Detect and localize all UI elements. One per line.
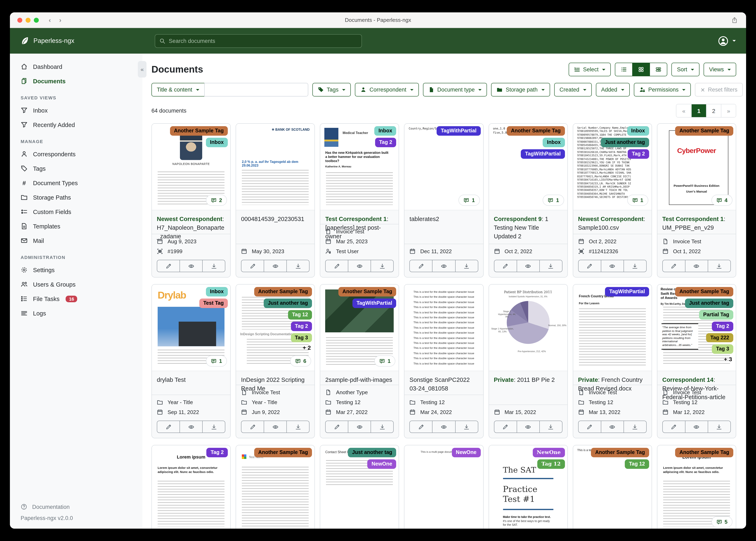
tag-pill[interactable]: TagWithPartial xyxy=(437,126,481,136)
sidebar-item-document-types[interactable]: # Document Types xyxy=(10,176,142,190)
document-card[interactable]: Review of Arbitral Awards Shows Swift Re… xyxy=(657,284,736,438)
tag-pill[interactable]: Inbox xyxy=(543,138,565,147)
tag-pill[interactable]: Tag 2 xyxy=(207,448,228,457)
preview-button[interactable] xyxy=(516,421,539,432)
minimize-window-button[interactable] xyxy=(26,18,31,22)
pagination-page-1[interactable]: 1 xyxy=(691,104,706,117)
document-card[interactable]: one,1.0five,5.0Another Sample TagInboxTa… xyxy=(488,123,568,277)
document-title[interactable]: drylab Test xyxy=(152,371,230,387)
download-button[interactable] xyxy=(708,421,730,432)
edit-button[interactable] xyxy=(494,421,516,432)
tag-pill[interactable]: Tag 3 xyxy=(291,333,312,342)
document-title[interactable]: Correspondent 9: 1 Testing New Title Upd… xyxy=(489,210,567,243)
document-thumbnail[interactable]: AdobeInDesign Scripting DocumentationAno… xyxy=(236,284,314,371)
tag-pill[interactable]: Inbox xyxy=(627,126,649,136)
document-card[interactable]: Patient BP Distribution 2011Normal, 150,… xyxy=(488,284,568,438)
preview-button[interactable] xyxy=(601,421,624,432)
documentation-link[interactable]: Documentation xyxy=(21,502,132,512)
download-button[interactable] xyxy=(455,260,478,272)
download-button[interactable] xyxy=(371,421,393,432)
pagination-page-2[interactable]: 2 xyxy=(706,104,721,117)
edit-button[interactable] xyxy=(157,421,180,432)
document-thumbnail[interactable]: NAPOLEON BONAPARTEAnother Sample TagInbo… xyxy=(152,124,230,210)
sidebar-item-mail[interactable]: Mail xyxy=(10,234,142,248)
tag-pill[interactable]: Tag 2 xyxy=(291,321,312,331)
document-title[interactable]: Newest Correspondent: Sample100.csv xyxy=(573,210,651,235)
edit-button[interactable] xyxy=(410,421,432,432)
download-button[interactable] xyxy=(539,421,562,432)
download-button[interactable] xyxy=(708,260,730,272)
search-input[interactable] xyxy=(169,38,357,44)
tag-pill[interactable]: Tag 12 xyxy=(288,310,312,319)
share-icon[interactable] xyxy=(731,17,738,23)
tag-pill[interactable]: TagWithPartial xyxy=(352,298,396,308)
download-button[interactable] xyxy=(539,260,562,272)
document-type-filter-button[interactable]: Document type xyxy=(423,83,487,97)
comments-badge[interactable]: 5 xyxy=(711,516,732,527)
select-dropdown-button[interactable]: Select xyxy=(569,63,611,76)
comments-badge[interactable]: 1 xyxy=(543,195,564,206)
sidebar-item-users-groups[interactable]: Users & Groups xyxy=(10,277,142,291)
tag-pill[interactable]: Inbox xyxy=(374,126,396,136)
download-button[interactable] xyxy=(202,421,225,432)
download-button[interactable] xyxy=(202,260,225,272)
tag-pill[interactable]: Another Sample Tag xyxy=(254,448,312,457)
tag-pill[interactable]: Test Tag xyxy=(199,298,228,308)
download-button[interactable] xyxy=(371,260,393,272)
document-card[interactable]: This is a multi page document. Page 1.Ne… xyxy=(404,445,483,529)
comments-badge[interactable]: 2 xyxy=(206,195,227,206)
edit-button[interactable] xyxy=(663,421,685,432)
edit-button[interactable] xyxy=(241,260,264,272)
storage-path-filter-button[interactable]: Storage path xyxy=(491,83,550,97)
comments-badge[interactable]: 1 xyxy=(374,355,395,366)
document-card[interactable]: French Country BreadFor the LeavenTagWit… xyxy=(573,284,652,438)
tag-pill[interactable]: Another Sample Tag xyxy=(507,126,565,136)
sort-dropdown-button[interactable]: Sort xyxy=(672,63,700,76)
sidebar-item-tags[interactable]: Tags xyxy=(10,161,142,176)
document-thumbnail[interactable]: Another Sample TagTagWithPartial1 xyxy=(320,284,399,371)
document-card[interactable]: Another Sample TagTagWithPartial12sample… xyxy=(320,284,399,438)
document-title[interactable]: Private: 2011 BP Pie 2 xyxy=(489,371,567,387)
document-correspondent[interactable]: Newest Correspondent xyxy=(157,216,222,222)
document-thumbnail[interactable]: Contact Sheet DemoJust another tagNewOne xyxy=(320,445,399,529)
correspondent-filter-button[interactable]: Correspondent xyxy=(355,83,419,97)
sidebar-item-settings[interactable]: Settings xyxy=(10,263,142,277)
edit-button[interactable] xyxy=(241,421,264,432)
tag-pill[interactable]: Another Sample Tag xyxy=(254,287,312,296)
document-thumbnail[interactable]: Review of Arbitral Awards Shows Swift Re… xyxy=(657,284,736,371)
sidebar-collapse-button[interactable]: « xyxy=(138,61,146,78)
document-thumbnail[interactable]: Country,Region/State,"TagWithPartial1 xyxy=(405,124,483,210)
document-title[interactable]: Test Correspondent 1: UM_PPBE_en_v29 xyxy=(657,210,736,235)
tag-pill[interactable]: Another Sample Tag xyxy=(338,287,396,296)
document-card[interactable]: Test NameAnother Sample Tag xyxy=(236,445,315,529)
preview-button[interactable] xyxy=(348,260,371,272)
tag-pill[interactable]: Another Sample Tag xyxy=(591,448,649,457)
zoom-window-button[interactable] xyxy=(34,18,39,22)
tags-filter-button[interactable]: Tags xyxy=(312,83,351,97)
document-thumbnail[interactable]: DrylabInboxTest Tag1 xyxy=(152,284,230,371)
tag-pill[interactable]: Another Sample Tag xyxy=(675,126,733,136)
tag-pill[interactable]: Another Sample Tag xyxy=(675,448,733,457)
tag-pill[interactable]: Tag 222 xyxy=(706,333,733,342)
tag-pill[interactable]: Just another tag xyxy=(685,298,733,308)
document-card[interactable]: Lorem ipsumLorem ipsum dolor sit amet, c… xyxy=(151,445,231,529)
document-thumbnail[interactable]: This is a multi page document. Page 1.Ne… xyxy=(405,445,483,529)
document-thumbnail[interactable]: Lorem ipsumLorem ipsum dolor sit amet, c… xyxy=(152,445,230,529)
created-filter-button[interactable]: Created xyxy=(554,83,592,97)
comments-badge[interactable]: 6 xyxy=(290,355,311,366)
tag-pill[interactable]: Tag 12 xyxy=(625,459,649,469)
sidebar-item-custom-fields[interactable]: Custom Fields xyxy=(10,205,142,219)
document-thumbnail[interactable]: Lorem ipsumLorem ipsum dolor sit amet, c… xyxy=(657,445,736,529)
edit-button[interactable] xyxy=(410,260,432,272)
tag-pill[interactable]: Just another tag xyxy=(264,298,312,308)
sidebar-item-recently-added[interactable]: Recently Added xyxy=(10,118,142,132)
edit-button[interactable] xyxy=(494,260,516,272)
document-correspondent[interactable]: Newest Correspondent xyxy=(578,216,643,222)
user-menu[interactable] xyxy=(718,35,736,46)
document-correspondent[interactable]: Private xyxy=(494,376,514,383)
document-card[interactable]: The SATPracticeTest #1Make time to take … xyxy=(488,445,568,529)
sidebar-item-templates[interactable]: Templates xyxy=(10,219,142,234)
tag-pill[interactable]: Just another tag xyxy=(601,138,649,147)
tag-pill[interactable]: Tag 2 xyxy=(375,138,396,147)
document-thumbnail[interactable]: This is a testAnother Sample TagTag 12 xyxy=(573,445,651,529)
